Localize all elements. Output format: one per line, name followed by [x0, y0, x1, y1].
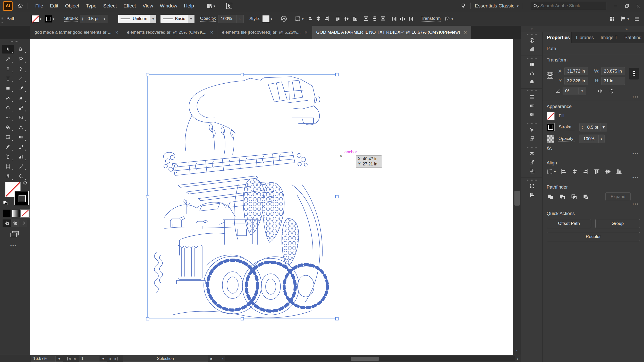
- artwork-combine-harvester-lineart[interactable]: [146, 73, 339, 321]
- tool-slice[interactable]: [15, 162, 27, 171]
- stroke-stepper[interactable]: ▴▾: [80, 15, 85, 23]
- color-button[interactable]: [3, 210, 11, 217]
- panel-grip[interactable]: [2, 15, 3, 23]
- opacity-field[interactable]: 100% ›: [218, 15, 244, 23]
- artboard-dropdown[interactable]: ▾: [99, 356, 107, 362]
- document-tab[interactable]: god made a farmer good elements.ai*...✕: [30, 26, 123, 39]
- graphic-styles-panel-icon[interactable]: [526, 134, 538, 143]
- tool-pen[interactable]: [2, 64, 14, 73]
- chevron-down-icon[interactable]: ▾: [517, 4, 519, 8]
- dock-grip[interactable]: [527, 90, 537, 91]
- canvas[interactable]: anchor ✕ X: 40.47 in Y: 27.21 in: [30, 39, 513, 355]
- tab-libraries[interactable]: Libraries: [572, 32, 596, 43]
- h-field[interactable]: 31 in: [601, 77, 625, 85]
- tool-width[interactable]: [2, 113, 14, 122]
- flip-horizontal-icon[interactable]: [597, 88, 603, 94]
- opacity-control[interactable]: 100% ›: [579, 135, 605, 143]
- artboard-number-field[interactable]: 1: [79, 356, 99, 362]
- align-left-icon[interactable]: [307, 16, 313, 22]
- tool-scale[interactable]: [15, 103, 27, 112]
- distribute-bottom-icon[interactable]: [380, 16, 386, 22]
- dock-control-icon[interactable]: ▾: [620, 16, 629, 22]
- stepper-icon[interactable]: ▴▾: [580, 123, 585, 131]
- transparency-panel-icon[interactable]: [526, 110, 538, 119]
- menu-type[interactable]: Type: [82, 3, 100, 9]
- vertical-scrollbar[interactable]: ⌄: [513, 39, 521, 355]
- close-icon[interactable]: ✕: [115, 30, 118, 35]
- pathfinder-exclude-icon[interactable]: [582, 193, 590, 200]
- tab-image-trace[interactable]: Image T: [596, 32, 620, 43]
- tool-lasso[interactable]: [15, 55, 27, 63]
- chevron-down-icon[interactable]: ▾: [600, 123, 607, 131]
- tool-hand[interactable]: [2, 172, 14, 181]
- menu-window[interactable]: Window: [156, 3, 181, 9]
- color-guide-panel-icon[interactable]: [526, 45, 538, 54]
- zoom-dropdown[interactable]: ▾: [56, 356, 63, 362]
- pathfinder-intersect-icon[interactable]: [570, 193, 578, 200]
- tool-free-transform[interactable]: [15, 113, 27, 122]
- stroke-swatch[interactable]: [547, 123, 555, 131]
- tool-type[interactable]: [2, 74, 14, 83]
- chevron-right-icon[interactable]: ›: [598, 135, 604, 143]
- last-artboard-icon[interactable]: ▶: [115, 357, 118, 360]
- draw-inside-mode[interactable]: [19, 219, 27, 227]
- align-center-v-icon[interactable]: [605, 168, 611, 175]
- close-icon[interactable]: ✕: [210, 30, 213, 35]
- w-field[interactable]: 23.875 in: [601, 67, 625, 75]
- document-tab-active[interactable]: GOD MADE A FARMER IL NO TXT R14DXF* @ 16…: [312, 26, 472, 39]
- fill-color-control[interactable]: ▾: [31, 15, 41, 23]
- tool-selection[interactable]: [2, 45, 14, 54]
- more-options-icon[interactable]: [632, 202, 639, 206]
- screen-mode-icon[interactable]: [9, 230, 20, 238]
- tool-blend[interactable]: [15, 143, 27, 151]
- tool-line-segment[interactable]: [15, 74, 27, 83]
- tool-direct-selection[interactable]: [15, 45, 27, 54]
- minimize-button[interactable]: [610, 0, 621, 12]
- gradient-panel-icon[interactable]: [526, 101, 538, 110]
- align-center-h-icon[interactable]: [315, 16, 321, 22]
- tool-shaper[interactable]: [2, 94, 14, 102]
- stroke-weight-field[interactable]: 0.5 pt ▾: [85, 15, 108, 23]
- symbols-panel-icon[interactable]: [526, 77, 538, 86]
- menu-help[interactable]: Help: [181, 3, 197, 9]
- swap-fill-stroke-icon[interactable]: [23, 181, 28, 185]
- stroke-panel-icon[interactable]: [526, 93, 538, 101]
- fx-button[interactable]: fx: [547, 146, 551, 152]
- chevron-right-icon[interactable]: ›: [236, 15, 243, 23]
- search-input[interactable]: [540, 3, 592, 9]
- tool-mesh[interactable]: [2, 133, 14, 142]
- close-button[interactable]: [633, 0, 644, 12]
- stroke-weight-label[interactable]: Stroke:: [64, 16, 78, 22]
- align-top-icon[interactable]: [335, 16, 341, 22]
- tool-paintbrush[interactable]: [15, 84, 27, 93]
- chevron-down-icon[interactable]: ▾: [53, 17, 55, 21]
- edit-toolbar-icon[interactable]: [10, 243, 17, 248]
- rotation-dropdown[interactable]: ▾: [579, 87, 586, 95]
- color-panel-icon[interactable]: [526, 36, 538, 45]
- menu-object[interactable]: Object: [62, 3, 82, 9]
- document-tab[interactable]: elements recovered.ai* @ 25% (CMYK...✕: [123, 26, 218, 39]
- discover-lightbulb-icon[interactable]: [460, 3, 466, 9]
- draw-behind-mode[interactable]: [11, 219, 19, 227]
- restore-button[interactable]: [621, 0, 633, 12]
- tab-properties[interactable]: Properties: [543, 32, 572, 43]
- first-artboard-icon[interactable]: ◀: [67, 357, 71, 360]
- fill-swatch[interactable]: [547, 112, 555, 120]
- rotation-field[interactable]: 0°: [563, 87, 579, 95]
- dock-grip[interactable]: [527, 180, 537, 181]
- tool-eraser[interactable]: [15, 94, 27, 102]
- more-options-icon[interactable]: [632, 175, 639, 180]
- appearance-panel-icon[interactable]: [526, 125, 538, 134]
- previous-artboard-icon[interactable]: ◀: [73, 357, 75, 360]
- distribute-right-icon[interactable]: [408, 16, 414, 22]
- illustrator-logo[interactable]: Ai: [3, 1, 13, 11]
- recolor-button[interactable]: Recolor: [547, 232, 640, 241]
- scroll-down-icon[interactable]: ⌄: [515, 348, 518, 351]
- distribute-top-icon[interactable]: [363, 16, 369, 22]
- status-play-icon[interactable]: ▶: [210, 357, 213, 360]
- chevron-down-icon[interactable]: ▾: [101, 15, 108, 23]
- align-top-icon[interactable]: [594, 168, 600, 175]
- constrain-proportions-toggle[interactable]: [629, 68, 639, 80]
- more-options-icon[interactable]: [632, 95, 639, 99]
- tool-zoom[interactable]: [15, 172, 27, 181]
